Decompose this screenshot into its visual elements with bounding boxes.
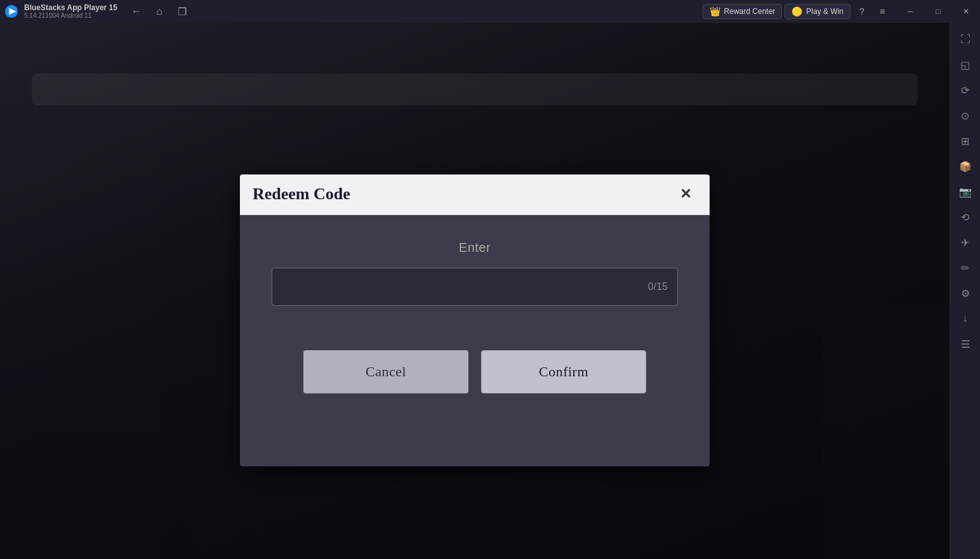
download-icon[interactable]: ↓: [954, 307, 977, 330]
window-controls: ─ □ ✕: [896, 0, 980, 23]
close-button[interactable]: ✕: [952, 0, 980, 23]
grid-icon[interactable]: ⊞: [954, 129, 977, 152]
more-icon[interactable]: ☰: [954, 332, 977, 355]
confirm-button[interactable]: Confirm: [481, 350, 646, 393]
menu-button[interactable]: ≡: [873, 3, 891, 20]
screenshot-icon[interactable]: 📷: [954, 180, 977, 203]
settings-icon[interactable]: ⚙: [954, 282, 977, 305]
redeem-code-dialog: Redeem Code ✕ Enter 0/15 Cancel Confirm: [240, 174, 710, 466]
fullscreen-icon[interactable]: ⛶: [954, 28, 977, 51]
play-win-button[interactable]: 🟡 Play & Win: [785, 4, 851, 19]
app-name-area: BlueStacks App Player 15 5.14.211004 And…: [24, 3, 117, 20]
back-button[interactable]: ←: [128, 3, 145, 20]
rotate-icon[interactable]: ⟲: [954, 206, 977, 228]
airplane-icon[interactable]: ✈: [954, 231, 977, 254]
dialog-body: Enter 0/15 Cancel Confirm: [240, 215, 710, 425]
app-version: 5.14.211004 Android 11: [24, 12, 117, 20]
maximize-button[interactable]: □: [924, 0, 952, 23]
cancel-button[interactable]: Cancel: [303, 350, 468, 393]
minimize-button[interactable]: ─: [896, 0, 924, 23]
titlebar-right: 👑 Reward Center 🟡 Play & Win ? ≡: [703, 3, 891, 20]
home-button[interactable]: ⌂: [150, 3, 168, 20]
sidebar-expand-icon[interactable]: ◱: [954, 53, 977, 76]
code-input[interactable]: [272, 268, 678, 306]
apk-icon[interactable]: 📦: [954, 155, 977, 178]
copy-button[interactable]: ❐: [173, 3, 191, 20]
nav-buttons: ← ⌂ ❐: [128, 3, 191, 20]
dialog-close-button[interactable]: ✕: [674, 183, 697, 206]
right-sidebar: ⛶ ◱ ⟳ ⊙ ⊞ 📦 📷 ⟲ ✈ ✏ ⚙ ↓ ☰: [950, 23, 980, 559]
dialog-buttons: Cancel Confirm: [272, 350, 678, 393]
enter-label: Enter: [459, 240, 491, 255]
dialog-title: Redeem Code: [253, 185, 350, 204]
reward-center-button[interactable]: 👑 Reward Center: [703, 4, 783, 19]
app-title: BlueStacks App Player 15: [24, 3, 117, 12]
refresh-icon[interactable]: ⟳: [954, 79, 977, 102]
code-input-wrapper: 0/15: [272, 268, 678, 306]
camera-icon[interactable]: ⊙: [954, 104, 977, 127]
help-button[interactable]: ?: [853, 3, 871, 20]
reward-center-label: Reward Center: [724, 7, 776, 16]
titlebar: BlueStacks App Player 15 5.14.211004 And…: [0, 0, 980, 23]
play-win-label: Play & Win: [806, 7, 844, 16]
edit-icon[interactable]: ✏: [954, 256, 977, 279]
coin-icon: 🟡: [791, 6, 802, 16]
bluestacks-logo: [0, 0, 23, 23]
main-content-area: Redeem Code ✕ Enter 0/15 Cancel Confirm: [0, 23, 950, 559]
crown-icon: 👑: [710, 6, 720, 16]
dialog-titlebar: Redeem Code ✕: [240, 174, 710, 215]
